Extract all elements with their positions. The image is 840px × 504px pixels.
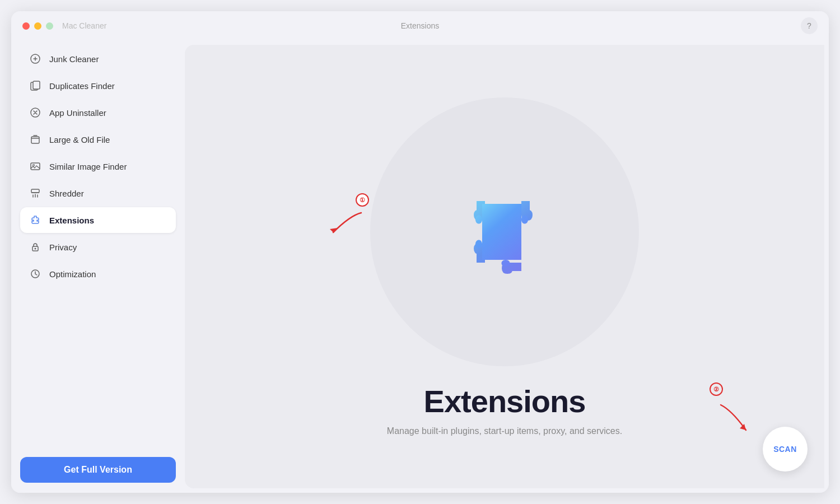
- svg-rect-4: [31, 137, 39, 143]
- maximize-button[interactable]: [46, 22, 53, 30]
- svg-rect-2: [33, 81, 40, 89]
- app-uninstaller-icon: [29, 106, 41, 119]
- optimization-icon: [29, 268, 41, 280]
- sidebar-item-label: Privacy: [49, 242, 77, 252]
- similar-image-finder-icon: [29, 160, 41, 172]
- sidebar-item-label: Optimization: [49, 269, 96, 279]
- svg-point-9: [35, 248, 36, 250]
- sidebar: Junk Cleaner Duplicates Finder: [11, 40, 185, 493]
- duplicates-finder-icon: [29, 80, 41, 92]
- traffic-lights: [22, 22, 53, 30]
- sidebar-item-large-old-file[interactable]: Large & Old File: [20, 127, 176, 152]
- sidebar-item-label: App Uninstaller: [49, 108, 106, 118]
- minimize-button[interactable]: [34, 22, 41, 30]
- sidebar-item-junk-cleaner[interactable]: Junk Cleaner: [20, 46, 176, 72]
- puzzle-icon-clean: [443, 170, 566, 293]
- content-circle: [370, 97, 639, 366]
- title-bar-title: Extensions: [401, 21, 439, 30]
- shredder-icon: [29, 187, 41, 199]
- svg-rect-7: [31, 189, 39, 193]
- content-subtitle: Manage built-in plugins, start-up items,…: [387, 426, 622, 436]
- title-bar: Mac Cleaner Extensions ?: [11, 11, 829, 40]
- sidebar-nav: Junk Cleaner Duplicates Finder: [20, 46, 176, 448]
- scan-button-container: SCAN: [763, 427, 808, 472]
- app-name: Mac Cleaner: [62, 21, 106, 30]
- annotation-2: ②: [715, 399, 754, 441]
- svg-marker-11: [330, 228, 338, 232]
- sidebar-item-similar-image-finder[interactable]: Similar Image Finder: [20, 153, 176, 179]
- app-window: Mac Cleaner Extensions ? Junk Cleaner: [11, 11, 829, 493]
- sidebar-item-duplicates-finder[interactable]: Duplicates Finder: [20, 73, 176, 99]
- scan-button[interactable]: SCAN: [763, 427, 808, 472]
- sidebar-item-label: Junk Cleaner: [49, 54, 99, 64]
- sidebar-item-app-uninstaller[interactable]: App Uninstaller: [20, 100, 176, 125]
- privacy-icon: [29, 241, 41, 253]
- sidebar-item-extensions[interactable]: Extensions: [20, 207, 176, 233]
- svg-point-6: [33, 165, 35, 166]
- help-button[interactable]: ?: [801, 17, 818, 34]
- sidebar-item-label: Similar Image Finder: [49, 162, 127, 171]
- close-button[interactable]: [22, 22, 30, 30]
- sidebar-item-label: Large & Old File: [49, 135, 110, 144]
- extensions-icon: [29, 214, 41, 226]
- sidebar-item-label: Extensions: [49, 216, 94, 225]
- get-full-version-button[interactable]: Get Full Version: [20, 457, 176, 483]
- sidebar-item-label: Shredder: [49, 189, 84, 198]
- sidebar-footer: Get Full Version: [20, 448, 176, 487]
- junk-cleaner-icon: [29, 53, 41, 65]
- annotation-1: ①: [322, 210, 367, 246]
- sidebar-item-label: Duplicates Finder: [49, 81, 115, 91]
- content-area: Extensions Manage built-in plugins, star…: [185, 45, 824, 488]
- svg-marker-12: [740, 424, 746, 430]
- content-title: Extensions: [424, 383, 586, 419]
- sidebar-item-optimization[interactable]: Optimization: [20, 261, 176, 287]
- sidebar-item-privacy[interactable]: Privacy: [20, 234, 176, 260]
- svg-rect-5: [31, 163, 40, 170]
- sidebar-item-shredder[interactable]: Shredder: [20, 180, 176, 206]
- main-layout: Junk Cleaner Duplicates Finder: [11, 40, 829, 493]
- large-old-file-icon: [29, 133, 41, 146]
